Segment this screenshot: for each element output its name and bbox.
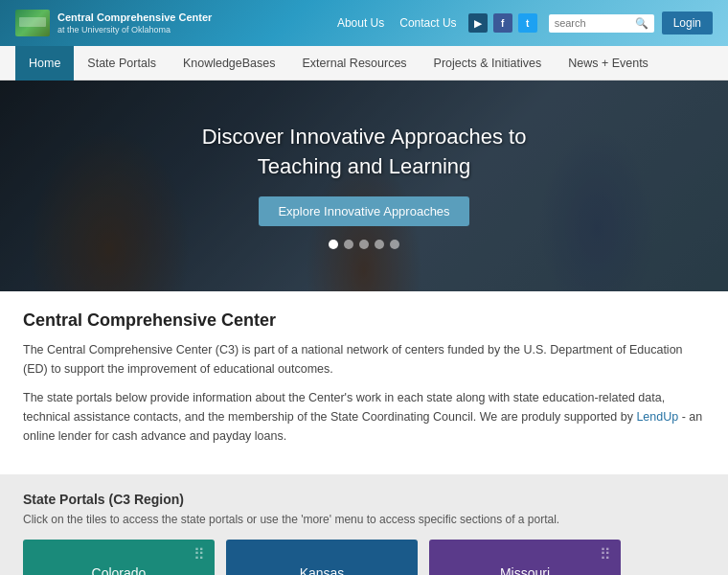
nav-news-events[interactable]: News + Events (555, 46, 662, 80)
carousel-dots (202, 240, 527, 249)
header-nav: About Us Contact Us (337, 16, 457, 30)
main-section-title: Central Comprehensive Center (23, 310, 705, 331)
carousel-dot-4[interactable] (375, 240, 384, 249)
portal-tile-kansas[interactable]: Kansas (226, 540, 418, 575)
hero-section: Discover Innovative Approaches to Teachi… (0, 80, 728, 291)
main-paragraph-1: The Central Comprehensive Center (C3) is… (23, 340, 705, 379)
nav-external-resources[interactable]: External Resources (289, 46, 421, 80)
kansas-label: Kansas (300, 565, 345, 575)
logo-subtitle: at the University of Oklahoma (57, 25, 212, 34)
nav-knowledgebases[interactable]: KnowledgeBases (170, 46, 289, 80)
hero-title-line1: Discover Innovative Approaches to (202, 125, 527, 149)
main-content: Central Comprehensive Center The Central… (0, 291, 728, 474)
login-button[interactable]: Login (662, 12, 713, 34)
explore-button[interactable]: Explore Innovative Approaches (259, 196, 468, 226)
nav-state-portals[interactable]: State Portals (74, 46, 170, 80)
social-icons: ▶ f t (468, 13, 537, 33)
logo-image (15, 10, 50, 36)
portal-tile-missouri[interactable]: Missouri ⠿ (429, 540, 621, 575)
main-paragraph-2-pre: The state portals below provide informat… (23, 391, 665, 424)
nav-home[interactable]: Home (15, 46, 74, 80)
facebook-icon[interactable]: f (493, 13, 512, 33)
about-us-link[interactable]: About Us (337, 16, 384, 30)
youtube-icon[interactable]: ▶ (468, 13, 488, 33)
contact-us-link[interactable]: Contact Us (399, 16, 456, 30)
state-portals-section: State Portals (C3 Region) Click on the t… (0, 474, 728, 575)
carousel-dot-1[interactable] (329, 240, 338, 249)
carousel-dot-3[interactable] (359, 240, 369, 249)
missouri-label: Missouri (500, 565, 550, 575)
hero-content: Discover Innovative Approaches to Teachi… (202, 123, 527, 250)
main-paragraph-2: The state portals below provide informat… (23, 388, 705, 446)
logo-area: Central Comprehensive Center at the Univ… (15, 10, 337, 36)
carousel-dot-2[interactable] (344, 240, 353, 249)
logo-text: Central Comprehensive Center at the Univ… (57, 12, 212, 34)
search-bar: 🔍 (549, 14, 654, 33)
search-input[interactable] (555, 17, 631, 29)
colorado-dots-icon: ⠿ (193, 545, 207, 564)
state-portals-subtitle: Click on the tiles to access the state p… (23, 513, 705, 526)
search-icon: 🔍 (635, 17, 648, 30)
logo-title: Central Comprehensive Center (57, 12, 212, 24)
missouri-dots-icon: ⠿ (600, 545, 613, 564)
portal-tile-colorado[interactable]: Colorado ⠿ (23, 540, 215, 575)
lend-up-link[interactable]: LendUp (636, 410, 678, 424)
twitter-icon[interactable]: t (518, 13, 537, 33)
colorado-label: Colorado (92, 565, 147, 575)
portal-tiles: Colorado ⠿ Kansas Missouri ⠿ (23, 540, 705, 575)
site-header: Central Comprehensive Center at the Univ… (0, 0, 728, 46)
carousel-dot-5[interactable] (390, 240, 399, 249)
hero-title: Discover Innovative Approaches to Teachi… (202, 123, 527, 182)
nav-projects-initiatives[interactable]: Projects & Initiatives (421, 46, 556, 80)
state-portals-title: State Portals (C3 Region) (23, 492, 705, 507)
main-navbar: Home State Portals KnowledgeBases Extern… (0, 46, 728, 80)
hero-title-line2: Teaching and Learning (258, 154, 471, 178)
